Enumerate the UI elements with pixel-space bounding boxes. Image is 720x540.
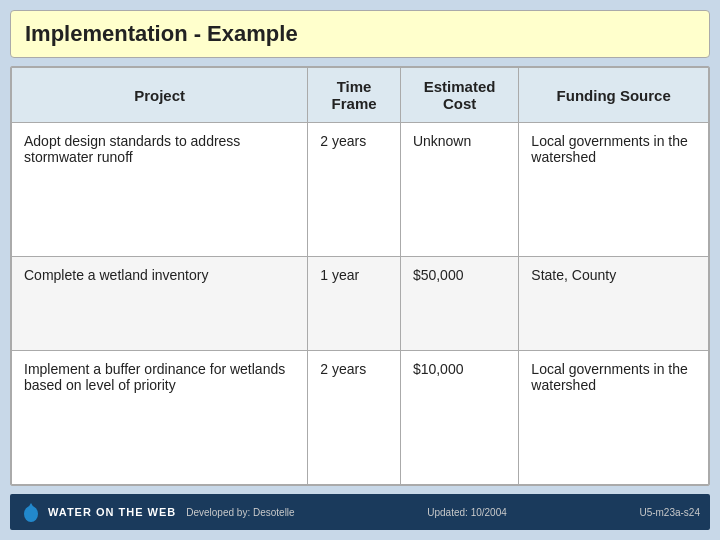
row3-time-frame: 2 years: [308, 350, 401, 484]
row3-project: Implement a buffer ordinance for wetland…: [12, 350, 308, 484]
implementation-table: Project Time Frame Estimated Cost Fundin…: [11, 67, 709, 485]
row3-funding-source: Local governments in the watershed: [519, 350, 709, 484]
water-drop-icon: [20, 501, 42, 523]
col-header-estimated-cost: Estimated Cost: [400, 68, 518, 123]
page: Implementation - Example Project Time Fr…: [0, 0, 720, 540]
table-row: Adopt design standards to address stormw…: [12, 123, 709, 257]
row1-time-frame: 2 years: [308, 123, 401, 257]
footer-meta: Developed by: Desotelle Updated: 10/2004…: [186, 507, 700, 518]
table-row: Complete a wetland inventory 1 year $50,…: [12, 257, 709, 351]
row2-estimated-cost: $50,000: [400, 257, 518, 351]
col-header-funding-source: Funding Source: [519, 68, 709, 123]
row1-estimated-cost: Unknown: [400, 123, 518, 257]
footer-slide-id: U5-m23a-s24: [639, 507, 700, 518]
slide-title: Implementation - Example: [10, 10, 710, 58]
table-row: Implement a buffer ordinance for wetland…: [12, 350, 709, 484]
footer-developed-by: Developed by: Desotelle: [186, 507, 294, 518]
table-header-row: Project Time Frame Estimated Cost Fundin…: [12, 68, 709, 123]
row2-funding-source: State, County: [519, 257, 709, 351]
col-header-project: Project: [12, 68, 308, 123]
table-wrapper: Project Time Frame Estimated Cost Fundin…: [10, 66, 710, 486]
row2-project: Complete a wetland inventory: [12, 257, 308, 351]
row1-funding-source: Local governments in the watershed: [519, 123, 709, 257]
row3-estimated-cost: $10,000: [400, 350, 518, 484]
col-header-time-frame: Time Frame: [308, 68, 401, 123]
row1-project: Adopt design standards to address stormw…: [12, 123, 308, 257]
footer-updated: Updated: 10/2004: [427, 507, 507, 518]
footer-logo: WATER ON THE WEB: [20, 501, 176, 523]
logo-text: WATER ON THE WEB: [48, 506, 176, 518]
footer: WATER ON THE WEB Developed by: Desotelle…: [10, 494, 710, 530]
row2-time-frame: 1 year: [308, 257, 401, 351]
title-text: Implementation - Example: [25, 21, 298, 46]
